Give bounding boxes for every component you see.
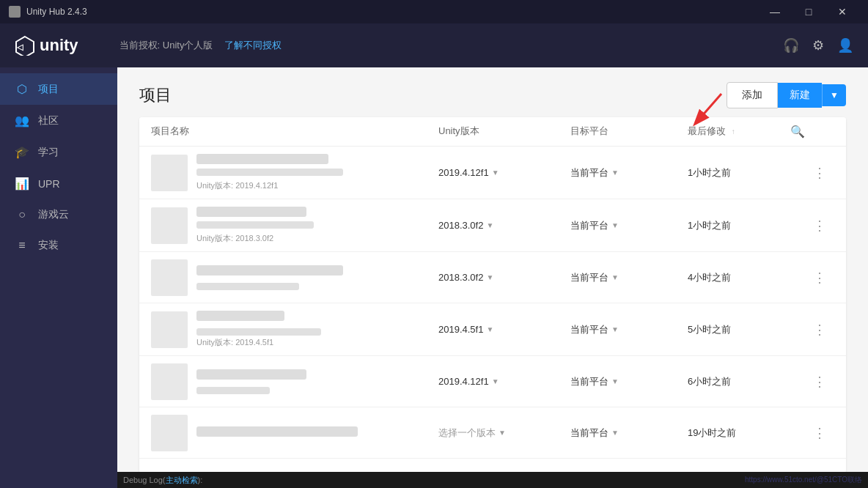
new-dropdown-button[interactable]: ▼	[822, 84, 846, 106]
header-right: 🎧 ⚙ 👤	[783, 37, 853, 53]
version-dropdown-arrow[interactable]: ▼	[486, 221, 493, 229]
project-info	[196, 362, 306, 402]
more-button[interactable]: ⋮	[805, 374, 834, 390]
app-icon	[9, 6, 21, 18]
sidebar-item-install-label: 安装	[38, 239, 59, 252]
project-info	[196, 419, 358, 447]
table-row[interactable]: Unity版本: 2018.3.0f2 2018.3.0f2 ▼ 当前平台 ▼ …	[139, 199, 846, 252]
project-thumbnail	[151, 207, 188, 244]
sidebar-item-upr-label: UPR	[38, 178, 60, 190]
platform-dropdown-arrow[interactable]: ▼	[611, 273, 619, 281]
project-cell-first	[151, 415, 438, 451]
project-thumbnail	[151, 311, 188, 348]
new-button[interactable]: 新建	[778, 83, 822, 108]
col-header-name: 项目名称	[151, 125, 438, 138]
version-dropdown-arrow[interactable]: ▼	[486, 273, 493, 281]
version-cell: 选择一个版本 ▼	[438, 426, 570, 440]
more-button[interactable]: ⋮	[805, 425, 834, 441]
project-name-bar-2	[196, 387, 270, 394]
main-layout: ⬡ 项目 👥 社区 🎓 学习 📊 UPR ○ 游戏云 ≡ 安装 项目	[0, 67, 868, 488]
project-thumbnail	[151, 415, 188, 451]
project-cell-first: Unity版本: 2019.4.5f1	[151, 303, 438, 355]
maximize-button[interactable]: □	[792, 0, 825, 23]
project-table: 项目名称 Unity版本 目标平台 最后修改 ↑ 🔍	[139, 117, 846, 473]
content-header: 项目 添加 新建 ▼	[117, 67, 868, 117]
version-dropdown-arrow[interactable]: ▼	[499, 429, 506, 437]
time-cell: 4小时之前	[688, 271, 805, 284]
license-text: 当前授权: Unity个人版	[119, 39, 213, 52]
project-info: Unity版本: 2019.4.12f1	[196, 147, 343, 199]
version-dropdown-arrow[interactable]: ▼	[492, 377, 499, 385]
titlebar: Unity Hub 2.4.3 — □ ✕	[0, 0, 868, 23]
platform-dropdown-arrow[interactable]: ▼	[611, 429, 619, 437]
more-button[interactable]: ⋮	[805, 218, 834, 234]
more-button[interactable]: ⋮	[805, 322, 834, 338]
table-row[interactable]: 选择一个版本 ▼ 当前平台 ▼ 19小时之前 ⋮	[139, 407, 846, 459]
sidebar-item-install[interactable]: ≡ 安装	[0, 230, 117, 261]
project-name-bar-2	[196, 283, 299, 290]
app-header: ◁ unity 当前授权: Unity个人版 了解不同授权 🎧 ⚙ 👤	[0, 23, 868, 67]
sidebar-item-community-label: 社区	[38, 114, 59, 127]
version-cell: 2019.4.12f1 ▼	[438, 376, 570, 387]
community-icon: 👥	[15, 114, 29, 127]
svg-text:◁: ◁	[16, 42, 23, 51]
version-dropdown-arrow[interactable]: ▼	[492, 169, 499, 177]
minimize-button[interactable]: —	[758, 0, 792, 23]
project-cell-first: Unity版本: 2018.3.0f2	[151, 199, 438, 251]
project-name-bar-2	[196, 221, 314, 229]
sidebar-item-community[interactable]: 👥 社区	[0, 105, 117, 136]
search-icon[interactable]: 🔍	[790, 125, 805, 138]
license-link[interactable]: 了解不同授权	[224, 39, 282, 52]
col-header-platform: 目标平台	[570, 125, 688, 138]
more-button[interactable]: ⋮	[805, 165, 834, 181]
table-row[interactable]: 2018.3.0f2 ▼ 当前平台 ▼ 4小时之前 ⋮	[139, 252, 846, 303]
project-name-bar	[196, 154, 328, 164]
sidebar-item-learn[interactable]: 🎓 学习	[0, 136, 117, 168]
headphones-icon[interactable]: 🎧	[783, 37, 799, 53]
sidebar-item-projects[interactable]: ⬡ 项目	[0, 73, 117, 105]
titlebar-left: Unity Hub 2.4.3	[9, 6, 87, 18]
header-left: ◁ unity 当前授权: Unity个人版 了解不同授权	[15, 35, 282, 56]
content-actions: 添加 新建 ▼	[727, 82, 846, 108]
project-cell-first	[151, 258, 438, 297]
time-cell: 6小时之前	[688, 375, 805, 388]
install-icon: ≡	[15, 239, 29, 252]
project-info: Unity版本: 2019.4.5f1	[196, 303, 321, 355]
close-button[interactable]: ✕	[825, 0, 859, 23]
account-icon[interactable]: 👤	[837, 37, 853, 53]
projects-icon: ⬡	[15, 82, 29, 96]
settings-icon[interactable]: ⚙	[812, 37, 824, 53]
sidebar-item-gamecloud[interactable]: ○ 游戏云	[0, 199, 117, 230]
watermark: https://www.51cto.net/@51CTO联络	[745, 475, 862, 485]
col-header-version: Unity版本	[438, 125, 570, 138]
debug-bar: Debug Log( 主动检索 ): https://www.51cto.net…	[117, 472, 868, 488]
version-dropdown-arrow[interactable]: ▼	[486, 325, 493, 333]
add-button[interactable]: 添加	[727, 82, 778, 108]
time-cell: 1小时之前	[688, 166, 805, 180]
project-name-bar	[196, 265, 343, 276]
sidebar-item-upr[interactable]: 📊 UPR	[0, 168, 117, 199]
platform-dropdown-arrow[interactable]: ▼	[611, 169, 619, 177]
page-title: 项目	[139, 84, 172, 106]
col-header-actions	[805, 125, 834, 138]
platform-dropdown-arrow[interactable]: ▼	[611, 325, 619, 333]
table-row[interactable]: 2019.4.12f1 ▼ 当前平台 ▼ 6小时之前 ⋮	[139, 356, 846, 407]
upr-icon: 📊	[15, 177, 29, 191]
project-name-bar	[196, 426, 358, 437]
debug-suffix: ):	[198, 476, 203, 484]
sidebar-item-projects-label: 项目	[38, 83, 59, 96]
table-row[interactable]: Unity版本: 2019.4.12f1 2019.4.12f1 ▼ 当前平台 …	[139, 147, 846, 199]
time-cell: 5小时之前	[688, 323, 805, 336]
platform-dropdown-arrow[interactable]: ▼	[611, 377, 619, 385]
debug-link[interactable]: 主动检索	[166, 475, 198, 486]
learn-icon: 🎓	[15, 145, 29, 159]
col-header-time: 最后修改 ↑ 🔍	[688, 125, 805, 138]
unity-logo-icon: ◁	[15, 35, 35, 56]
project-thumbnail	[151, 363, 188, 400]
project-name-bar-2	[196, 328, 321, 336]
table-row[interactable]: Unity版本: 2019.4.5f1 2019.4.5f1 ▼ 当前平台 ▼ …	[139, 303, 846, 356]
more-button[interactable]: ⋮	[805, 270, 834, 286]
project-path: Unity版本: 2019.4.12f1	[196, 180, 343, 191]
sidebar: ⬡ 项目 👥 社区 🎓 学习 📊 UPR ○ 游戏云 ≡ 安装	[0, 67, 117, 488]
platform-dropdown-arrow[interactable]: ▼	[611, 221, 619, 229]
